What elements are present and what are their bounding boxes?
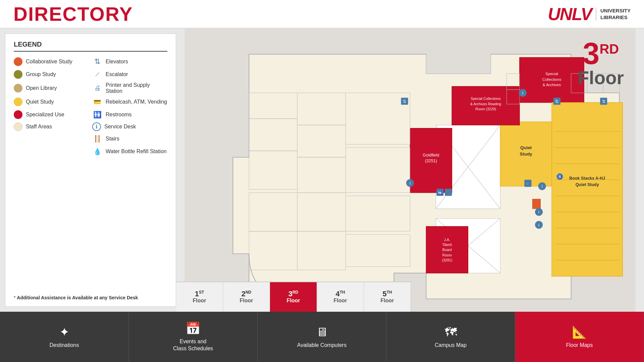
floor-3-ordinal: 3RD — [288, 290, 299, 298]
nav-events[interactable]: 📅 Events andClass Schedules — [129, 312, 258, 362]
printer-icon: 🖨 — [92, 83, 102, 93]
svg-text:🚻: 🚻 — [438, 191, 442, 195]
restrooms-icon: 🚻 — [92, 110, 102, 120]
service-desk-icon: ℹ — [92, 122, 101, 131]
rebelcash-label: Rebelcash, ATM, Vending — [106, 99, 167, 105]
svg-text:⇅: ⇅ — [602, 100, 605, 104]
collaborative-study-color — [14, 57, 22, 66]
floor-1-word: Floor — [193, 298, 206, 304]
legend-grid: Collaborative Study ⇅ Elevators Group St… — [14, 57, 167, 157]
floor-2-word: Floor — [240, 298, 253, 304]
legend-printer: 🖨 Printer and Supply Station — [92, 82, 167, 94]
svg-text:Special: Special — [545, 72, 558, 76]
legend-stairs: 🪜 Stairs — [92, 134, 167, 144]
svg-text:& Archives Reading: & Archives Reading — [470, 102, 501, 106]
staff-areas-label: Staff Areas — [26, 124, 52, 130]
legend-panel: LEGEND Collaborative Study ⇅ Elevators G… — [5, 34, 176, 307]
floor-selector: 1ST Floor 2ND Floor 3RD Floor 4TH Floor … — [176, 282, 411, 312]
svg-text:i: i — [538, 209, 539, 215]
computers-icon: 🖥 — [316, 325, 328, 339]
svg-rect-73 — [445, 189, 452, 196]
svg-text:Board: Board — [442, 248, 452, 252]
floor-2-ordinal: 2ND — [241, 290, 252, 298]
map-area: 3RD Floor Quiet Study — [176, 28, 644, 312]
legend-quiet-study: Quiet Study — [14, 97, 89, 107]
legend-open-library: Open Library — [14, 82, 89, 94]
quiet-study-color — [14, 98, 22, 106]
stairs-icon: 🪜 — [92, 134, 102, 144]
staff-areas-color — [14, 122, 22, 131]
main-content: LEGEND Collaborative Study ⇅ Elevators G… — [0, 28, 644, 312]
svg-text:♿: ♿ — [558, 175, 562, 179]
printer-label: Printer and Supply Station — [106, 82, 167, 94]
nav-computers[interactable]: 🖥 Available Computers — [258, 312, 386, 362]
svg-text:⇅: ⇅ — [403, 100, 406, 104]
legend-elevators: ⇅ Elevators — [92, 57, 167, 67]
legend-escalator: ⟋ Escalator — [92, 69, 167, 79]
floor-label: 3RD Floor — [578, 39, 624, 87]
nav-destinations[interactable]: ✦ Destinations — [0, 312, 129, 362]
floor-maps-icon: 📐 — [572, 325, 587, 339]
escalator-icon: ⟋ — [92, 69, 102, 79]
floor-number: 3RD — [578, 39, 624, 69]
svg-text:Special Collections: Special Collections — [471, 97, 501, 101]
floor-4-word: Floor — [334, 298, 347, 304]
floor-4-button[interactable]: 4TH Floor — [317, 282, 364, 312]
floor-word: Floor — [578, 69, 624, 87]
page-title: DIRECTORY — [13, 3, 133, 25]
floor-1-button[interactable]: 1ST Floor — [176, 282, 223, 312]
svg-text:Tiberti: Tiberti — [442, 243, 452, 247]
svg-text:(3251): (3251) — [425, 159, 437, 163]
legend-collaborative-study: Collaborative Study — [14, 57, 89, 67]
nav-campus-map[interactable]: 🗺 Campus Map — [386, 312, 515, 362]
svg-text:i: i — [538, 223, 539, 228]
water-bottle-label: Water Bottle Refill Station — [106, 148, 167, 155]
legend-water-bottle: 💧 Water Bottle Refill Station — [92, 146, 167, 157]
floor-5-button[interactable]: 5TH Floor — [364, 282, 411, 312]
svg-text:Quiet: Quiet — [520, 145, 532, 150]
floor-1-ordinal: 1ST — [195, 290, 204, 298]
destinations-label: Destinations — [49, 342, 79, 349]
events-label: Events andClass Schedules — [173, 338, 213, 352]
svg-text:Goldfield: Goldfield — [423, 153, 439, 158]
events-icon: 📅 — [185, 321, 201, 336]
floor-maps-label: Floor Maps — [566, 342, 593, 349]
legend-specialized-use: Specialized Use — [14, 110, 89, 120]
floor-3-button[interactable]: 3RD Floor — [270, 282, 317, 312]
elevators-label: Elevators — [106, 59, 128, 65]
header: DIRECTORY UNLV UNIVERSITY LIBRARIES — [0, 0, 644, 28]
legend-group-study: Group Study — [14, 69, 89, 79]
svg-text:J.A.: J.A. — [444, 238, 450, 242]
svg-text:Room: Room — [442, 253, 452, 257]
specialized-use-color — [14, 110, 22, 119]
quiet-study-label: Quiet Study — [26, 99, 54, 105]
destinations-icon: ✦ — [59, 325, 69, 339]
floor-5-ordinal: 5TH — [382, 290, 392, 298]
svg-text:Collections: Collections — [542, 77, 561, 81]
logo-text: UNIVERSITY LIBRARIES — [596, 7, 631, 20]
svg-text:Room (3229): Room (3229) — [475, 107, 496, 111]
floor-2-button[interactable]: 2ND Floor — [223, 282, 270, 312]
svg-text:i: i — [542, 184, 543, 189]
floor-5-word: Floor — [381, 298, 394, 304]
restrooms-label: Restrooms — [106, 112, 131, 118]
floor-3-word: Floor — [287, 298, 300, 304]
floor-map-svg: Quiet Study Special Collections & Archiv… — [176, 28, 644, 312]
group-study-label: Group Study — [26, 71, 56, 77]
svg-text:& Archives: & Archives — [543, 83, 561, 87]
stairs-label: Stairs — [106, 136, 119, 142]
escalator-label: Escalator — [106, 71, 128, 77]
book-stacks-room — [552, 103, 623, 277]
service-desk-label: Service Desk — [104, 124, 136, 130]
svg-text:⇅: ⇅ — [555, 100, 558, 104]
nav-floor-maps[interactable]: 📐 Floor Maps — [515, 312, 644, 362]
svg-text:i: i — [410, 181, 411, 186]
open-library-color — [14, 84, 22, 93]
svg-text:⟋: ⟋ — [526, 181, 530, 185]
svg-marker-2 — [426, 54, 491, 74]
svg-rect-26 — [532, 199, 540, 209]
legend-title: LEGEND — [14, 41, 167, 52]
legend-rebelcash: 💳 Rebelcash, ATM, Vending — [92, 97, 167, 107]
legend-staff-areas: Staff Areas — [14, 122, 89, 131]
legend-service-desk: ℹ Service Desk — [92, 122, 167, 131]
